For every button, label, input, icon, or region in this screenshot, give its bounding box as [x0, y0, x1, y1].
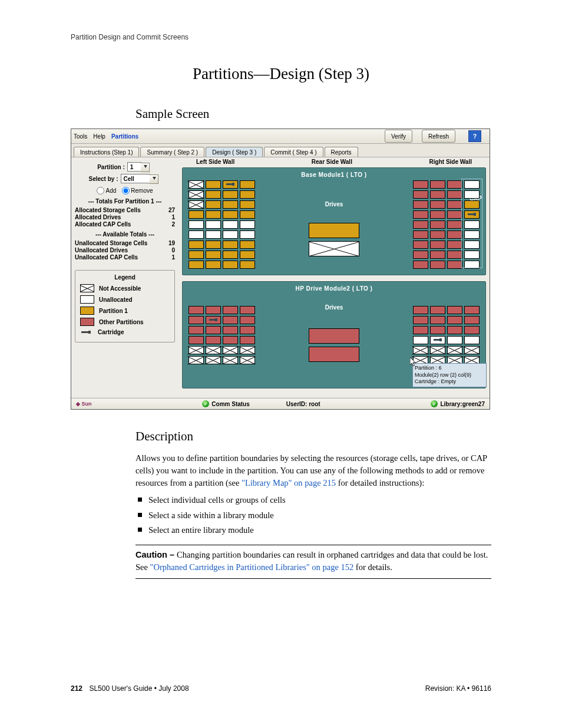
unalloc-storage-label: Unallocated Storage Cells: [75, 240, 147, 246]
legend-na-icon: [80, 284, 94, 292]
tab-summary[interactable]: Summary ( Step 2 ): [140, 147, 204, 157]
bullet-1: Select individual cells or groups of cel…: [138, 494, 491, 506]
refresh-button[interactable]: Refresh: [422, 130, 455, 143]
caution-rule-top: [135, 545, 491, 545]
tab-design[interactable]: Design ( Step 3 ): [206, 147, 263, 157]
verify-button[interactable]: Verify: [385, 130, 412, 143]
selectby-label: Select by :: [88, 176, 118, 182]
module2-title: HP Drive Module2 ( LTO ): [189, 285, 480, 292]
running-head: Partition Design and Commit Screens: [71, 33, 491, 41]
menu-tools[interactable]: Tools: [74, 133, 87, 140]
link-orphaned-cartridges[interactable]: "Orphaned Cartridges in Partitioned Libr…: [150, 562, 354, 572]
module1-right-grid[interactable]: [413, 180, 480, 269]
menu-help[interactable]: Help: [93, 133, 105, 140]
legend-na-label: Not Accessible: [99, 285, 141, 292]
legend-unalloc-icon: [80, 295, 94, 304]
module-hp2[interactable]: HP Drive Module2 ( LTO ) Drives: [182, 281, 486, 388]
module2-right-grid[interactable]: [413, 306, 480, 364]
side-panel: Partition : 1 Select by : Cell: [71, 157, 178, 398]
page-title: Partitions—Design (Step 3): [71, 65, 491, 83]
module1-drives[interactable]: [309, 223, 359, 256]
unalloc-drives-label: Unallocated Drives: [75, 247, 128, 253]
heading-description: Description: [135, 427, 491, 445]
link-library-map[interactable]: "Library Map" on page 215: [242, 478, 336, 487]
cursor-icon: [410, 357, 417, 367]
tooltip-line2: Module(2) row (2) col(9): [415, 372, 484, 379]
bullet-3: Select an entire library module: [138, 524, 491, 536]
heading-sample-screen: Sample Screen: [135, 107, 491, 121]
footer-right-text: Revision: KA • 96116: [425, 684, 491, 693]
alloc-drives-label: Allocated Drives: [75, 214, 121, 220]
module2-left-grid[interactable]: [189, 306, 255, 364]
totals-partition-header: --- Totals For Partition 1 ---: [75, 198, 175, 205]
menu-bar: Tools Help Partitions Verify Refresh ?: [71, 129, 490, 144]
legend-unalloc-label: Unallocated: [99, 297, 133, 303]
selectby-value: Cell: [124, 176, 134, 182]
legend-cart-icon: [80, 330, 93, 335]
legend-other-icon: [80, 318, 94, 326]
tab-commit[interactable]: Commit ( Step 4 ): [264, 147, 323, 157]
module1-left-grid[interactable]: [189, 180, 255, 269]
partition-select[interactable]: 1: [127, 162, 141, 172]
unalloc-drives-val: 0: [171, 247, 175, 253]
caution-text: Caution – Changing partition boundaries …: [135, 549, 491, 574]
module2-drives[interactable]: [309, 328, 359, 362]
available-header: --- Available Totals ---: [75, 231, 175, 238]
tooltip-line3: Cartridge : Empty: [415, 378, 484, 386]
selectby-select[interactable]: Cell: [121, 174, 150, 183]
tab-reports[interactable]: Reports: [325, 147, 358, 157]
left-wall-label: Left Side Wall: [196, 159, 234, 165]
legend-p1-icon: [80, 307, 94, 315]
tab-bar: Instructions (Step 1) Summary ( Step 2 )…: [71, 144, 490, 157]
status-bar: ◆ Sun ✓Comm Status UserID: root ✓Library…: [71, 398, 490, 409]
caution-rule-bottom: [135, 578, 491, 579]
radio-remove[interactable]: Remove: [122, 187, 153, 195]
partition-value: 1: [130, 164, 134, 170]
alloc-drives-val: 1: [171, 214, 175, 220]
module1-title: Base Module1 ( LTO ): [189, 172, 480, 178]
userid-label: UserID: root: [286, 401, 320, 407]
tab-instructions[interactable]: Instructions (Step 1): [74, 147, 139, 157]
rear-wall-label: Rear Side Wall: [312, 159, 352, 165]
module2-drives-label: Drives: [325, 304, 343, 311]
alloc-cap-label: Allocated CAP Cells: [75, 221, 131, 228]
comm-status-label: Comm Status: [211, 401, 249, 407]
legend-title: Legend: [80, 274, 170, 281]
footer-left-text: SL500 User's Guide • July 2008: [89, 684, 189, 693]
alloc-cap-val: 2: [171, 221, 175, 228]
page-footer: 212 SL500 User's Guide • July 2008 Revis…: [71, 684, 491, 693]
legend-p1-label: Partition 1: [99, 308, 128, 314]
app-screenshot: Tools Help Partitions Verify Refresh ? I…: [71, 129, 490, 410]
library-status-icon: ✓: [431, 400, 438, 407]
unalloc-cap-val: 1: [171, 254, 175, 261]
radio-add[interactable]: Add: [97, 187, 116, 195]
legend: Legend Not Accessible Unallocated Partit…: [75, 270, 175, 342]
library-label: Library:green27: [440, 401, 485, 407]
description-bullets: Select individual cells or groups of cel…: [138, 494, 491, 536]
module1-drives-label: Drives: [325, 201, 343, 207]
description-paragraph: Allows you to define partition boundarie…: [135, 452, 491, 489]
page-number: 212: [71, 684, 82, 693]
unalloc-storage-val: 19: [168, 240, 175, 246]
legend-other-label: Other Partitions: [99, 319, 144, 325]
menu-partitions[interactable]: Partitions: [111, 133, 138, 140]
comm-status-icon: ✓: [202, 400, 209, 407]
bullet-2: Select a side within a library module: [138, 509, 491, 522]
tooltip-line1: Partition : 6: [415, 365, 484, 372]
help-button[interactable]: ?: [468, 130, 481, 142]
unalloc-cap-label: Unallocated CAP Cells: [75, 254, 138, 261]
design-canvas: Left Side Wall Rear Side Wall Right Side…: [178, 157, 490, 398]
cell-tooltip: Partition : 6 Module(2) row (2) col(9) C…: [412, 363, 487, 387]
module-base1[interactable]: Base Module1 ( LTO ) Drives CAP: [182, 167, 486, 275]
legend-cart-label: Cartridge: [98, 329, 124, 335]
partition-label: Partition :: [97, 164, 125, 170]
alloc-storage-label: Allocated Storage Cells: [75, 207, 141, 213]
right-wall-label: Right Side Wall: [429, 159, 472, 165]
sun-logo: ◆ Sun: [76, 401, 92, 407]
alloc-storage-val: 27: [168, 207, 175, 213]
